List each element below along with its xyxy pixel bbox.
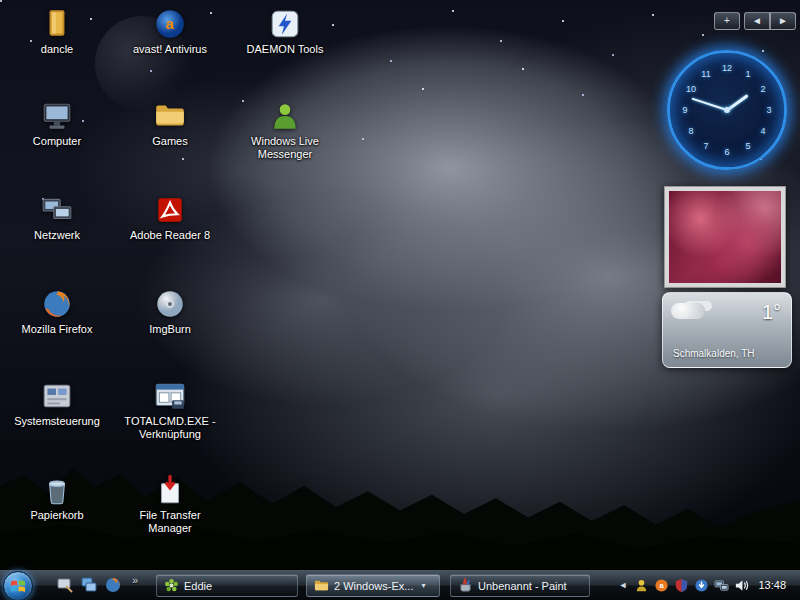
clock-number: 1 (745, 69, 750, 79)
quick-launch-show-desktop[interactable] (56, 576, 74, 594)
weather-gadget[interactable]: 1° Schmalkalden, TH (662, 292, 792, 368)
desktop-icon-daemon-tools[interactable]: DAEMON Tools (237, 7, 333, 56)
desktop-icon-imgburn[interactable]: ImgBurn (122, 287, 218, 336)
messenger-icon (268, 99, 302, 133)
control-panel-icon (40, 379, 74, 413)
desktop-icon-label: DAEMON Tools (237, 43, 333, 56)
desktop-icon-label: dancle (9, 43, 105, 56)
desktop-icon-label: Mozilla Firefox (9, 323, 105, 336)
slideshow-photo (669, 191, 781, 283)
task-label: Unbenannt - Paint (478, 580, 567, 592)
quick-launch-firefox[interactable] (104, 576, 122, 594)
slideshow-gadget[interactable] (664, 186, 786, 288)
clock-number: 6 (724, 147, 729, 157)
desktop-icon-label: ImgBurn (122, 323, 218, 336)
weather-location: Schmalkalden, TH (673, 348, 755, 359)
tray-security-icon[interactable] (674, 578, 689, 593)
gadget-controls: + ◄ ► (714, 12, 796, 30)
total-commander-icon (153, 379, 187, 413)
desktop-icon-label: File Transfer Manager (122, 509, 218, 535)
desktop-icon-label: TOTALCMD.EXE - Verknüpfung (122, 415, 218, 441)
computer-icon (40, 99, 74, 133)
desktop-icon-label: Netzwerk (9, 229, 105, 242)
task-label: Eddie (184, 580, 212, 592)
clock-number: 11 (701, 69, 710, 79)
desktop-icon-label: Adobe Reader 8 (122, 229, 218, 242)
dancle-icon (40, 7, 74, 41)
tray-avast-icon[interactable]: a (654, 578, 669, 593)
clock-number: 4 (760, 126, 765, 136)
cloud-icon (671, 303, 705, 319)
clock-number: 7 (703, 141, 708, 151)
gadget-prev-button[interactable]: ◄ (744, 12, 770, 30)
desktop-icon-computer[interactable]: Computer (9, 99, 105, 148)
desktop-icon-label: Games (122, 135, 218, 148)
clock-number: 9 (682, 105, 687, 115)
taskbar-task-eddie[interactable]: Eddie (156, 574, 298, 597)
clock-number: 5 (745, 141, 750, 151)
taskbar-task-explorer-group[interactable]: 2 Windows-Ex... ▾ (306, 574, 440, 597)
explorer-folder-icon (314, 578, 329, 593)
desktop-icon-avast[interactable]: a avast! Antivirus (122, 7, 218, 56)
avast-icon: a (153, 7, 187, 41)
clock-number: 12 (722, 63, 732, 73)
windows-flag-icon (10, 578, 26, 594)
desktop-icon-netzwerk[interactable]: Netzwerk (9, 193, 105, 242)
show-desktop-icon (56, 576, 74, 594)
network-icon (40, 193, 74, 227)
desktop-icon-dancle[interactable]: dancle (9, 7, 105, 56)
desktop-icon-firefox[interactable]: Mozilla Firefox (9, 287, 105, 336)
clock-number: 3 (766, 105, 771, 115)
recycle-bin-icon (40, 473, 74, 507)
desktop-icon-papierkorb[interactable]: Papierkorb (9, 473, 105, 522)
tray-update-icon[interactable] (694, 578, 709, 593)
start-button[interactable] (3, 571, 33, 600)
firefox-icon (40, 287, 74, 321)
desktop-icon-label: avast! Antivirus (122, 43, 218, 56)
adobe-reader-icon (153, 193, 187, 227)
desktop-icon-systemsteuerung[interactable]: Systemsteuerung (9, 379, 105, 428)
clock-center-dot (724, 107, 730, 113)
desktop-icon-label: Computer (9, 135, 105, 148)
tray-expand-chevron[interactable]: ◄ (619, 580, 628, 590)
desktop-icon-totalcmd[interactable]: TOTALCMD.EXE - Verknüpfung (122, 379, 218, 441)
clock-number: 2 (760, 84, 765, 94)
daemon-tools-icon (268, 7, 302, 41)
system-tray: ◄ a 13:48 (613, 570, 800, 600)
task-label: 2 Windows-Ex... (334, 580, 413, 592)
desktop-icon-label: Papierkorb (9, 509, 105, 522)
imgburn-icon (153, 287, 187, 321)
switch-windows-icon (80, 576, 98, 594)
desktop-icon-windows-live-messenger[interactable]: Windows Live Messenger (237, 99, 333, 161)
quick-launch-switch-windows[interactable] (80, 576, 98, 594)
clock-number: 8 (688, 126, 693, 136)
clock-gadget[interactable]: 12 1 2 3 4 5 6 7 8 9 10 11 (667, 50, 787, 170)
quick-launch-overflow-chevron[interactable]: » (132, 574, 138, 586)
clock-minute-hand (692, 98, 728, 111)
taskbar-clock[interactable]: 13:48 (758, 579, 786, 591)
desktop-icon-label: Systemsteuerung (9, 415, 105, 428)
paint-icon (458, 578, 473, 593)
games-folder-icon (153, 99, 187, 133)
firefox-icon (104, 576, 122, 594)
desktop-icon-adobe-reader[interactable]: Adobe Reader 8 (122, 193, 218, 242)
desktop-icon-label: Windows Live Messenger (237, 135, 333, 161)
file-transfer-icon (153, 473, 187, 507)
add-gadget-button[interactable]: + (714, 12, 740, 30)
tray-volume-icon[interactable] (734, 578, 749, 593)
taskbar-task-paint[interactable]: Unbenannt - Paint (450, 574, 590, 597)
gadget-next-button[interactable]: ► (770, 12, 796, 30)
stars (0, 0, 2, 2)
desktop-icon-file-transfer-manager[interactable]: File Transfer Manager (122, 473, 218, 535)
svg-text:a: a (166, 16, 175, 32)
weather-temperature: 1° (762, 301, 781, 324)
tray-messenger-icon[interactable] (634, 578, 649, 593)
group-dropdown-arrow[interactable]: ▾ (421, 581, 425, 590)
icq-flower-icon (164, 578, 179, 593)
clock-number: 10 (686, 84, 696, 94)
desktop-icon-games[interactable]: Games (122, 99, 218, 148)
tray-network-icon[interactable] (714, 578, 729, 593)
